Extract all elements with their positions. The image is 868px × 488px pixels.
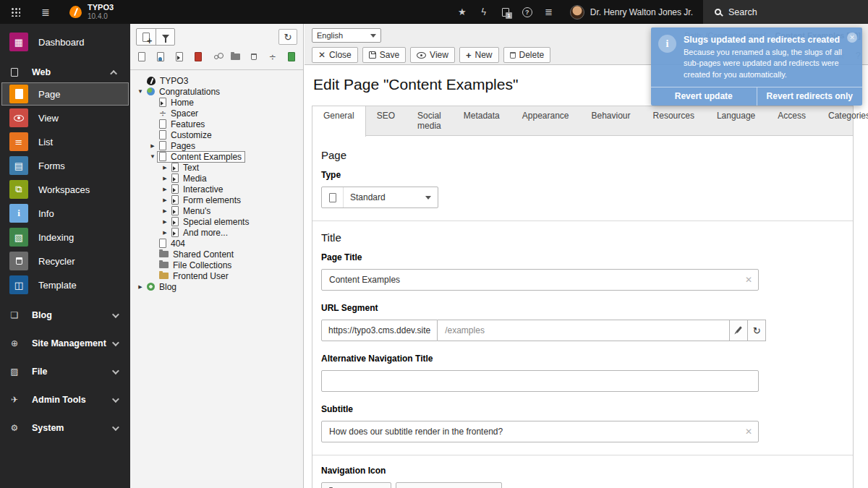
tree-node[interactable]: ▶Media — [136, 173, 300, 184]
select-upload-files-button[interactable]: ↥ Select & upload files — [396, 482, 502, 488]
delete-button[interactable]: Delete — [503, 47, 551, 63]
tab-social-media[interactable]: Social media — [407, 106, 453, 136]
tree-node[interactable]: ▶Blog — [136, 281, 300, 292]
tree-node[interactable]: ▶Form elements — [136, 194, 300, 205]
edit-slug-button[interactable] — [730, 320, 748, 341]
new-button[interactable]: +New — [459, 47, 499, 63]
new-shortcut-page-icon[interactable] — [175, 51, 184, 62]
tree-node[interactable]: ▼Congratulations — [136, 86, 300, 97]
sidebar-item-indexing[interactable]: ▧Indexing — [1, 226, 129, 249]
tree-node[interactable]: ÷Spacer — [136, 108, 300, 119]
tree-node[interactable]: ▶Interactive — [136, 184, 300, 194]
tab-general[interactable]: General — [312, 106, 366, 137]
tree-expander-icon[interactable]: ▶ — [148, 140, 157, 151]
tree-node[interactable]: Features — [136, 119, 300, 129]
new-page-button[interactable]: + — [137, 29, 156, 45]
tab-categories[interactable]: Categories — [817, 106, 868, 136]
sidebar-section-web[interactable]: Web — [0, 63, 130, 82]
sidebar-item-template[interactable]: ◫Template — [1, 273, 129, 296]
tab-seo[interactable]: SEO — [366, 106, 407, 136]
tree-node[interactable]: File Collections — [136, 260, 300, 270]
sidebar-item-workspaces[interactable]: ⧉Workspaces — [1, 178, 129, 201]
article-icon-button[interactable]: ≣ — [538, 0, 560, 24]
tree-node[interactable]: TYPO3 — [136, 75, 300, 86]
page-title-field[interactable]: Content Examples ✕ — [321, 269, 759, 291]
sidebar-item-recycler[interactable]: Recycler — [1, 249, 129, 273]
new-recycler-icon[interactable] — [286, 51, 296, 62]
notification-action-revert-update[interactable]: Revert update — [651, 87, 757, 106]
sidebar-section-site-management[interactable]: ⊕Site Management — [0, 334, 130, 353]
tree-expander-icon[interactable]: ▶ — [161, 162, 169, 173]
new-trash-icon[interactable] — [250, 51, 259, 62]
alt-nav-title-field[interactable] — [321, 370, 759, 392]
tree-node[interactable]: ▶Special elements — [136, 216, 300, 227]
tree-node[interactable]: ▶Pages — [136, 140, 300, 151]
sidebar-section-system[interactable]: ⚙System — [0, 419, 130, 437]
sidebar-item-info[interactable]: iInfo — [1, 202, 129, 225]
sidebar-section-file[interactable]: ▨File — [0, 362, 130, 381]
sidebar-item-dashboard[interactable]: ▦Dashboard — [1, 30, 129, 53]
tree-expander-icon[interactable]: ▼ — [136, 86, 145, 97]
sidebar-item-label: Dashboard — [38, 37, 85, 48]
tab-appearance[interactable]: Appearance — [511, 106, 581, 136]
recalculate-slug-button[interactable]: ↻ — [748, 320, 766, 341]
tree-expander-icon[interactable]: ▶ — [161, 216, 169, 227]
notification-close-icon[interactable]: ✕ — [847, 33, 857, 43]
tree-expander-icon[interactable]: ▶ — [161, 227, 169, 238]
new-folder-icon[interactable] — [231, 51, 240, 62]
tree-node[interactable]: ▼Content Examples — [136, 151, 300, 162]
help-icon-button[interactable]: ? — [516, 0, 538, 24]
add-image-button[interactable]: Add image — [321, 482, 391, 488]
bookmark-icon-button[interactable]: ★ — [451, 0, 473, 24]
sidebar-item-list[interactable]: ≡List — [1, 130, 129, 153]
close-button[interactable]: ✕Close — [312, 47, 358, 63]
new-spacer-icon[interactable]: ÷ — [268, 51, 278, 62]
sidebar-section-admin-tools[interactable]: ✈Admin Tools — [0, 390, 130, 409]
clear-icon[interactable]: ✕ — [745, 427, 752, 437]
save-button[interactable]: Save — [362, 47, 406, 63]
tree-node[interactable]: ▶Text — [136, 162, 300, 173]
search-input[interactable]: Search — [703, 0, 868, 24]
modules-grid-button[interactable] — [0, 0, 30, 24]
opendocs-icon-button[interactable]: 1 — [495, 0, 516, 24]
new-mountpoint-page-icon[interactable] — [193, 51, 203, 62]
tree-node[interactable]: ▶Menu's — [136, 205, 300, 216]
language-select[interactable]: English — [312, 28, 381, 43]
sidebar-item-forms[interactable]: ▤Forms — [1, 154, 129, 177]
tree-node[interactable]: Frontend User — [136, 270, 300, 281]
tree-expander-icon[interactable]: ▶ — [161, 173, 169, 184]
clear-icon[interactable]: ✕ — [745, 275, 752, 285]
sidebar-item-view[interactable]: View — [1, 106, 129, 129]
tab-behaviour[interactable]: Behaviour — [581, 106, 642, 136]
new-link-page-icon[interactable] — [212, 51, 221, 62]
tree-expander-icon[interactable]: ▶ — [161, 205, 169, 216]
tree-node[interactable]: Customize — [136, 129, 300, 140]
tab-access[interactable]: Access — [767, 106, 817, 136]
user-menu[interactable]: Dr. Henry Walton Jones Jr. — [560, 0, 703, 24]
page-type-select[interactable]: Standard — [321, 187, 438, 208]
notification-action-revert-redirects-only[interactable]: Revert redirects only — [757, 87, 863, 106]
sidebar-item-page[interactable]: Page — [1, 82, 129, 106]
url-segment-field[interactable]: /examples — [438, 320, 730, 341]
tree-expander-icon[interactable]: ▶ — [161, 184, 169, 194]
subtitle-field[interactable]: How does our subtitle render in the fron… — [321, 421, 759, 442]
sidebar-section-blog[interactable]: ❏Blog — [0, 306, 130, 325]
brand[interactable]: TYPO3 10.4.0 — [61, 0, 140, 24]
tree-expander-icon[interactable]: ▶ — [136, 281, 145, 292]
tree-expander-icon[interactable]: ▶ — [161, 194, 169, 205]
tab-metadata[interactable]: Metadata — [453, 106, 511, 136]
tree-node[interactable]: Shared Content — [136, 249, 300, 260]
filter-button[interactable] — [156, 29, 174, 45]
tab-resources[interactable]: Resources — [642, 106, 706, 136]
new-standard-page-icon[interactable] — [137, 51, 147, 62]
tree-expander-icon[interactable]: ▼ — [148, 151, 157, 162]
tree-node[interactable]: Home — [136, 97, 300, 108]
tree-node[interactable]: 404 — [136, 238, 300, 249]
flash-icon-button[interactable]: ϟ — [473, 0, 495, 24]
tree-node[interactable]: ▶And more... — [136, 227, 300, 238]
tab-language[interactable]: Language — [706, 106, 767, 136]
view-button[interactable]: View — [410, 47, 455, 63]
pagetree-toggle-button[interactable]: ≣ — [30, 0, 61, 24]
refresh-tree-button[interactable]: ↻ — [278, 29, 297, 45]
new-backend-user-section-icon[interactable] — [156, 51, 166, 62]
